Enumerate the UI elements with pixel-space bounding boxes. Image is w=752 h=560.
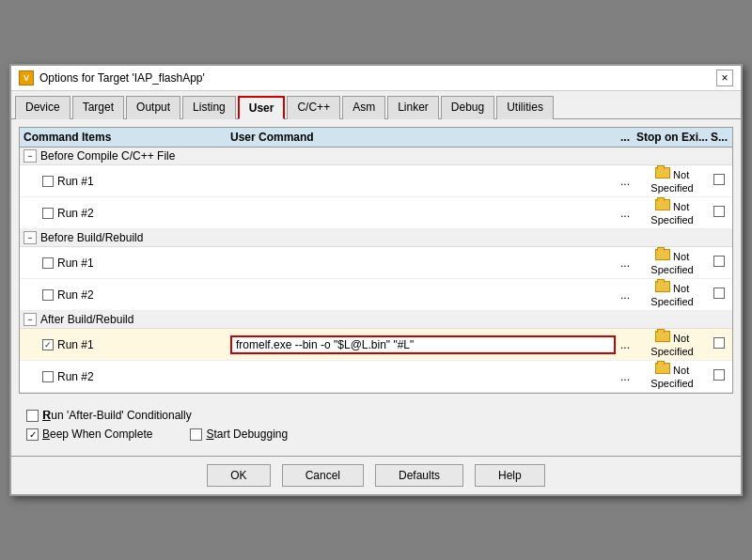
section-before-compile: − Before Compile C/C++ File <box>20 148 732 165</box>
s-checkbox[interactable] <box>713 369 725 381</box>
row-build-run2-stop: Not Specified <box>634 281 710 308</box>
tab-device[interactable]: Device <box>15 96 70 119</box>
beep-complete-checkbox[interactable] <box>26 428 39 441</box>
run-after-build-row: RRun 'After-Build' Conditionally <box>26 409 726 422</box>
table-row: Run #2 ... Not Specified <box>20 279 732 311</box>
footer: OK Cancel Defaults Help <box>11 456 741 494</box>
row-compile-run2-dots: ... <box>616 207 634 220</box>
run-after-build-checkbox[interactable] <box>26 410 39 422</box>
command-table: Command Items User Command ... Stop on E… <box>19 127 733 394</box>
tab-user[interactable]: User <box>238 96 286 119</box>
row-compile-run1-checkbox[interactable] <box>42 176 54 187</box>
start-debugging-checkbox[interactable] <box>190 428 202 441</box>
row-build-run1-checkbox[interactable] <box>42 257 54 269</box>
section-label-after: After Build/Rebuild <box>40 313 133 326</box>
table-row: Run #1 ... Not Specified <box>20 247 732 279</box>
row-compile-run1-label: Run #1 <box>24 175 230 188</box>
row-build-run2-label: Run #2 <box>24 288 230 302</box>
s-checkbox[interactable] <box>713 206 725 217</box>
tab-bar: Device Target Output Listing User C/C++ … <box>11 91 741 119</box>
row-after-run2-checkbox[interactable] <box>42 371 54 382</box>
beep-complete-option[interactable]: Beep When Complete <box>26 428 152 441</box>
s-checkbox[interactable] <box>713 256 725 267</box>
row-after-run2-command[interactable] <box>230 370 616 383</box>
row-build-run1-stop: Not Specified <box>634 249 710 276</box>
tab-listing[interactable]: Listing <box>182 96 236 119</box>
s-checkbox[interactable] <box>713 174 725 185</box>
tab-cpp[interactable]: C/C++ <box>287 96 340 119</box>
tab-output[interactable]: Output <box>126 96 180 119</box>
s-checkbox[interactable] <box>713 288 725 299</box>
row-after-run1-command[interactable] <box>230 335 616 354</box>
header-user-command: User Command <box>230 131 616 144</box>
bottom-options: RRun 'After-Build' Conditionally Beep Wh… <box>19 401 733 448</box>
row-compile-run1-s <box>710 174 728 188</box>
row-after-run1-checkbox[interactable] <box>42 339 54 350</box>
row-compile-run2-label: Run #2 <box>24 207 230 220</box>
row-compile-run2-checkbox[interactable] <box>42 208 54 219</box>
tab-utilities[interactable]: Utilities <box>496 96 554 119</box>
dialog: V Options for Target 'IAP_flashApp' × De… <box>9 64 743 496</box>
section-label-build: Before Build/Rebuild <box>40 231 143 244</box>
row-after-run2-stop: Not Specified <box>634 363 710 390</box>
tab-target[interactable]: Target <box>72 96 124 119</box>
section-before-build: − Before Build/Rebuild <box>20 229 732 247</box>
cancel-button[interactable]: Cancel <box>282 464 364 487</box>
row-compile-run2-command[interactable] <box>230 207 616 220</box>
run-after-build-option[interactable]: RRun 'After-Build' Conditionally <box>26 409 192 422</box>
tab-debug[interactable]: Debug <box>441 96 494 119</box>
help-button[interactable]: Help <box>475 464 545 487</box>
folder-icon[interactable] <box>655 199 670 210</box>
row-build-run1-dots: ... <box>616 257 634 270</box>
folder-icon[interactable] <box>655 331 670 342</box>
start-debugging-option[interactable]: Start Debugging <box>190 428 288 441</box>
row-build-run2-command[interactable] <box>230 288 616 302</box>
row-compile-run1-command[interactable] <box>230 175 616 188</box>
tab-asm[interactable]: Asm <box>342 96 385 119</box>
title-bar: V Options for Target 'IAP_flashApp' × <box>11 66 741 91</box>
table-header: Command Items User Command ... Stop on E… <box>20 128 732 148</box>
defaults-button[interactable]: Defaults <box>375 464 463 487</box>
beep-complete-label: Beep When Complete <box>42 428 152 441</box>
row-compile-run1-dots: ... <box>616 175 634 188</box>
section-toggle-build[interactable]: − <box>24 231 37 244</box>
section-toggle-compile[interactable]: − <box>24 149 37 163</box>
dialog-title: Options for Target 'IAP_flashApp' <box>39 71 711 85</box>
row-after-run2-s <box>710 369 728 383</box>
row-build-run1-command[interactable] <box>230 257 616 270</box>
section-toggle-after[interactable]: − <box>24 313 37 326</box>
row-build-run2-input[interactable] <box>230 288 616 302</box>
row-after-run2-input[interactable] <box>230 370 616 383</box>
ok-button[interactable]: OK <box>207 464 270 487</box>
row-compile-run1-input[interactable] <box>230 175 616 188</box>
close-button[interactable]: × <box>716 70 733 86</box>
table-row: Run #1 ... Not Specified <box>20 165 732 197</box>
row-compile-run2-stop: Not Specified <box>634 199 710 226</box>
folder-icon[interactable] <box>655 363 670 374</box>
folder-icon[interactable] <box>655 249 670 260</box>
row-after-run1-s <box>710 337 728 351</box>
row-compile-run1-stop: Not Specified <box>634 167 710 194</box>
table-row: Run #1 ... Not Specified <box>20 329 732 361</box>
row-build-run2-s <box>710 288 728 302</box>
header-s: S... <box>710 131 728 144</box>
row-after-run1-input[interactable] <box>230 335 616 354</box>
row-build-run2-checkbox[interactable] <box>42 289 54 301</box>
beep-and-debug-row: Beep When Complete Start Debugging <box>26 428 726 441</box>
row-build-run1-s <box>710 256 728 270</box>
table-row: Run #2 ... Not Specified <box>20 361 732 393</box>
tab-linker[interactable]: Linker <box>387 96 439 119</box>
row-after-run1-label: Run #1 <box>24 338 230 351</box>
row-after-run2-dots: ... <box>616 370 634 383</box>
row-after-run2-label: Run #2 <box>24 370 230 383</box>
content-area: Command Items User Command ... Stop on E… <box>11 119 741 456</box>
table-row: Run #2 ... Not Specified <box>20 197 732 229</box>
s-checkbox[interactable] <box>713 337 725 349</box>
section-label-compile: Before Compile C/C++ File <box>40 149 175 163</box>
row-build-run1-input[interactable] <box>230 257 616 270</box>
folder-icon[interactable] <box>655 281 670 292</box>
header-stop: Stop on Exi... <box>634 131 710 144</box>
row-compile-run2-input[interactable] <box>230 207 616 220</box>
folder-icon[interactable] <box>655 167 670 179</box>
app-icon: V <box>19 70 34 86</box>
